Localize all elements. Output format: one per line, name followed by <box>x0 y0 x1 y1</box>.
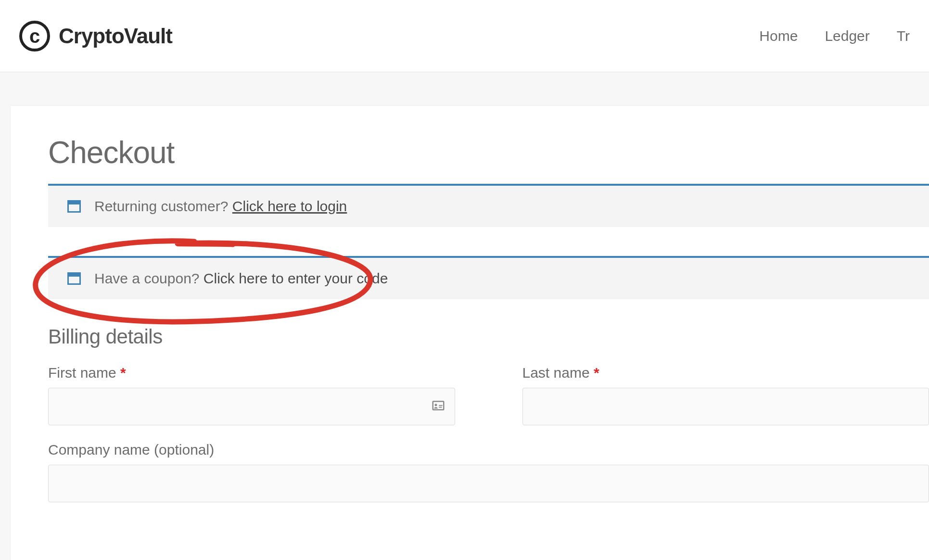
brand-name: CryptoVault <box>59 24 172 48</box>
first-name-label-text: First name <box>48 365 120 381</box>
coupon-notice-prefix: Have a coupon? <box>94 270 204 286</box>
company-input[interactable] <box>48 465 929 502</box>
first-name-group: First name * <box>48 365 455 425</box>
login-notice: Returning customer? Click here to login <box>48 184 929 227</box>
coupon-link[interactable]: Click here to enter your code <box>204 270 388 286</box>
window-icon <box>67 272 81 285</box>
coupon-notice-wrap: Have a coupon? Click here to enter your … <box>48 256 929 299</box>
last-name-label-text: Last name <box>522 365 594 381</box>
required-marker: * <box>594 365 599 381</box>
copyright-logo-icon: c <box>19 21 50 51</box>
last-name-group: Last name * <box>522 365 929 425</box>
billing-heading: Billing details <box>48 325 929 348</box>
page-wrap: Checkout Returning customer? Click here … <box>0 72 929 560</box>
contact-card-icon <box>431 398 445 415</box>
coupon-notice-text: Have a coupon? Click here to enter your … <box>94 270 388 287</box>
nav-trezor[interactable]: Tr <box>897 28 910 44</box>
top-nav: Home Ledger Tr <box>759 28 910 44</box>
nav-home[interactable]: Home <box>759 28 798 44</box>
login-notice-text: Returning customer? Click here to login <box>94 198 347 215</box>
first-name-input[interactable] <box>48 388 455 425</box>
name-row: First name * Last name * <box>48 365 929 425</box>
login-link[interactable]: Click here to login <box>232 198 347 214</box>
nav-ledger[interactable]: Ledger <box>825 28 869 44</box>
site-header: c CryptoVault Home Ledger Tr <box>0 0 929 72</box>
company-group: Company name (optional) <box>48 442 929 502</box>
first-name-label: First name * <box>48 365 455 381</box>
coupon-notice: Have a coupon? Click here to enter your … <box>48 256 929 299</box>
required-marker: * <box>120 365 126 381</box>
company-label: Company name (optional) <box>48 442 929 458</box>
login-notice-prefix: Returning customer? <box>94 198 232 214</box>
brand[interactable]: c CryptoVault <box>19 21 172 51</box>
last-name-label: Last name * <box>522 365 929 381</box>
window-icon <box>67 200 81 213</box>
checkout-card: Checkout Returning customer? Click here … <box>11 106 929 560</box>
last-name-input[interactable] <box>522 388 929 425</box>
page-title: Checkout <box>48 135 929 170</box>
